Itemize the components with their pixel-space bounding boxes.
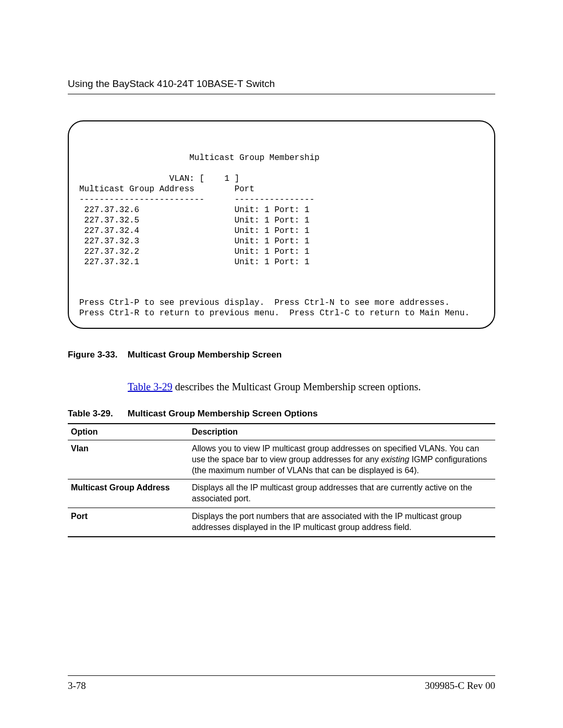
- figure-caption: Figure 3-33. Multicast Group Membership …: [68, 350, 495, 360]
- col-option: Option: [68, 424, 189, 440]
- option-description: Displays the port numbers that are assoc…: [189, 508, 495, 536]
- table-header-row: Option Description: [68, 424, 495, 440]
- terminal-content: Multicast Group Membership VLAN: [ 1 ] M…: [79, 153, 484, 267]
- terminal-screen: Multicast Group Membership VLAN: [ 1 ] M…: [68, 120, 495, 329]
- body-rest: describes the Multicast Group Membership…: [173, 381, 421, 392]
- option-description: Allows you to view IP multicast group ad…: [189, 440, 495, 479]
- table-label: Table 3-29.: [68, 409, 125, 419]
- option-name: Multicast Group Address: [68, 479, 189, 508]
- page-number: 3-78: [68, 680, 86, 692]
- table-row: VlanAllows you to view IP multicast grou…: [68, 440, 495, 479]
- page-header: Using the BayStack 410-24T 10BASE-T Swit…: [68, 78, 495, 94]
- page-footer: 3-78 309985-C Rev 00: [68, 675, 495, 692]
- col-description: Description: [189, 424, 495, 440]
- table-row: PortDisplays the port numbers that are a…: [68, 508, 495, 536]
- emphasis: existing: [381, 455, 409, 464]
- document-revision: 309985-C Rev 00: [425, 680, 495, 692]
- table-link[interactable]: Table 3-29: [128, 381, 173, 392]
- header-title: Using the BayStack 410-24T 10BASE-T Swit…: [68, 78, 275, 89]
- terminal-hints: Press Ctrl-P to see previous display. Pr…: [79, 298, 484, 318]
- page: Using the BayStack 410-24T 10BASE-T Swit…: [0, 0, 563, 728]
- body-paragraph: Table 3-29 describes the Multicast Group…: [128, 381, 495, 393]
- table-caption: Table 3-29. Multicast Group Membership S…: [68, 409, 495, 419]
- table-title: Multicast Group Membership Screen Option…: [128, 409, 318, 418]
- option-description: Displays all the IP multicast group addr…: [189, 479, 495, 508]
- option-name: Port: [68, 508, 189, 536]
- figure-label: Figure 3-33.: [68, 350, 125, 360]
- figure-title: Multicast Group Membership Screen: [128, 350, 282, 360]
- options-table: Option Description VlanAllows you to vie…: [68, 423, 495, 537]
- option-name: Vlan: [68, 440, 189, 479]
- table-row: Multicast Group AddressDisplays all the …: [68, 479, 495, 508]
